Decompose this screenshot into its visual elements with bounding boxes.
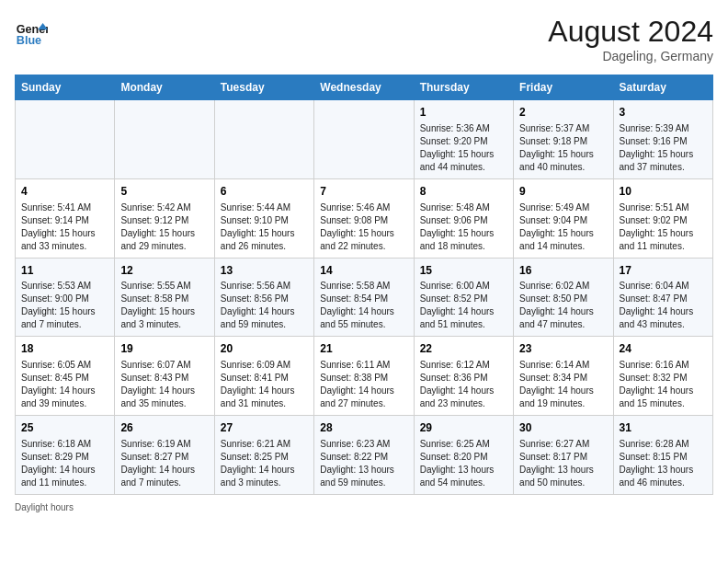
- day-info: Sunrise: 5:42 AM Sunset: 9:12 PM Dayligh…: [120, 201, 208, 253]
- calendar-cell: 18Sunrise: 6:05 AM Sunset: 8:45 PM Dayli…: [16, 337, 115, 416]
- day-info: Sunrise: 6:23 AM Sunset: 8:22 PM Dayligh…: [320, 438, 407, 489]
- calendar-cell: 14Sunrise: 5:58 AM Sunset: 8:54 PM Dayli…: [314, 258, 414, 337]
- calendar-cell: 5Sunrise: 5:42 AM Sunset: 9:12 PM Daylig…: [115, 178, 214, 258]
- calendar-cell: 28Sunrise: 6:23 AM Sunset: 8:22 PM Dayli…: [314, 416, 414, 495]
- day-of-week-header: Friday: [514, 75, 613, 100]
- calendar-cell: 15Sunrise: 6:00 AM Sunset: 8:52 PM Dayli…: [414, 258, 513, 337]
- day-of-week-header: Saturday: [613, 75, 712, 100]
- day-number: 10: [620, 184, 707, 200]
- calendar-cell: 25Sunrise: 6:18 AM Sunset: 8:29 PM Dayli…: [16, 416, 115, 495]
- day-number: 28: [320, 420, 407, 436]
- day-number: 14: [320, 263, 407, 279]
- day-info: Sunrise: 5:51 AM Sunset: 9:02 PM Dayligh…: [620, 201, 707, 253]
- day-info: Sunrise: 5:36 AM Sunset: 9:20 PM Dayligh…: [420, 122, 507, 174]
- day-info: Sunrise: 6:14 AM Sunset: 8:34 PM Dayligh…: [519, 359, 607, 410]
- day-number: 2: [519, 105, 607, 121]
- day-of-week-header: Monday: [115, 75, 214, 100]
- day-number: 19: [120, 341, 208, 357]
- day-info: Sunrise: 6:04 AM Sunset: 8:47 PM Dayligh…: [620, 280, 707, 331]
- day-of-week-header: Thursday: [414, 75, 513, 100]
- calendar-cell: 12Sunrise: 5:55 AM Sunset: 8:58 PM Dayli…: [115, 258, 214, 337]
- day-number: 1: [420, 105, 507, 121]
- day-of-week-header: Sunday: [16, 75, 115, 100]
- day-number: 9: [519, 184, 607, 200]
- day-info: Sunrise: 5:56 AM Sunset: 8:56 PM Dayligh…: [221, 280, 308, 331]
- day-number: 24: [620, 341, 707, 357]
- footer: Daylight hours: [15, 502, 713, 512]
- day-info: Sunrise: 6:12 AM Sunset: 8:36 PM Dayligh…: [420, 359, 507, 410]
- day-number: 22: [420, 341, 507, 357]
- calendar-table: SundayMondayTuesdayWednesdayThursdayFrid…: [15, 75, 713, 495]
- day-number: 30: [519, 420, 607, 436]
- day-number: 29: [420, 420, 507, 436]
- day-info: Sunrise: 5:49 AM Sunset: 9:04 PM Dayligh…: [519, 201, 607, 253]
- day-number: 31: [620, 420, 707, 436]
- calendar-cell: 16Sunrise: 6:02 AM Sunset: 8:50 PM Dayli…: [514, 258, 613, 337]
- day-info: Sunrise: 6:02 AM Sunset: 8:50 PM Dayligh…: [519, 280, 607, 331]
- calendar-cell: 21Sunrise: 6:11 AM Sunset: 8:38 PM Dayli…: [314, 337, 414, 416]
- day-info: Sunrise: 6:18 AM Sunset: 8:29 PM Dayligh…: [21, 438, 108, 489]
- day-info: Sunrise: 5:55 AM Sunset: 8:58 PM Dayligh…: [120, 280, 208, 331]
- day-info: Sunrise: 6:28 AM Sunset: 8:15 PM Dayligh…: [620, 438, 707, 489]
- day-number: 7: [320, 184, 407, 200]
- day-number: 12: [120, 263, 208, 279]
- calendar-cell: 20Sunrise: 6:09 AM Sunset: 8:41 PM Dayli…: [214, 337, 313, 416]
- svg-text:Blue: Blue: [17, 34, 41, 47]
- day-info: Sunrise: 6:16 AM Sunset: 8:32 PM Dayligh…: [620, 359, 707, 410]
- day-info: Sunrise: 6:09 AM Sunset: 8:41 PM Dayligh…: [221, 359, 308, 410]
- day-info: Sunrise: 5:41 AM Sunset: 9:14 PM Dayligh…: [21, 201, 108, 253]
- calendar-cell: 4Sunrise: 5:41 AM Sunset: 9:14 PM Daylig…: [16, 178, 115, 258]
- calendar-cell: 1Sunrise: 5:36 AM Sunset: 9:20 PM Daylig…: [414, 100, 513, 179]
- title-block: August 2024 Dageling, Germany: [548, 15, 713, 63]
- calendar-cell: 26Sunrise: 6:19 AM Sunset: 8:27 PM Dayli…: [115, 416, 214, 495]
- day-number: 17: [620, 263, 707, 279]
- logo-icon: General Blue: [15, 15, 48, 48]
- page-header: General Blue August 2024 Dageling, Germa…: [15, 15, 713, 63]
- day-info: Sunrise: 5:46 AM Sunset: 9:08 PM Dayligh…: [320, 201, 407, 253]
- location: Dageling, Germany: [548, 49, 713, 63]
- calendar-cell: 3Sunrise: 5:39 AM Sunset: 9:16 PM Daylig…: [613, 100, 712, 179]
- day-info: Sunrise: 5:58 AM Sunset: 8:54 PM Dayligh…: [320, 280, 407, 331]
- day-info: Sunrise: 6:27 AM Sunset: 8:17 PM Dayligh…: [519, 438, 607, 489]
- calendar-cell: 10Sunrise: 5:51 AM Sunset: 9:02 PM Dayli…: [613, 178, 712, 258]
- calendar-cell: 24Sunrise: 6:16 AM Sunset: 8:32 PM Dayli…: [613, 337, 712, 416]
- day-number: 11: [21, 263, 108, 279]
- calendar-cell: 9Sunrise: 5:49 AM Sunset: 9:04 PM Daylig…: [514, 178, 613, 258]
- day-number: 6: [221, 184, 308, 200]
- calendar-cell: 27Sunrise: 6:21 AM Sunset: 8:25 PM Dayli…: [214, 416, 313, 495]
- day-number: 23: [519, 341, 607, 357]
- day-number: 8: [420, 184, 507, 200]
- day-number: 3: [620, 105, 707, 121]
- day-info: Sunrise: 5:37 AM Sunset: 9:18 PM Dayligh…: [519, 122, 607, 174]
- calendar-cell: 30Sunrise: 6:27 AM Sunset: 8:17 PM Dayli…: [514, 416, 613, 495]
- day-number: 16: [519, 263, 607, 279]
- calendar-cell: 29Sunrise: 6:25 AM Sunset: 8:20 PM Dayli…: [414, 416, 513, 495]
- calendar-cell: 19Sunrise: 6:07 AM Sunset: 8:43 PM Dayli…: [115, 337, 214, 416]
- daylight-label: Daylight hours: [15, 502, 74, 512]
- calendar-header: SundayMondayTuesdayWednesdayThursdayFrid…: [16, 75, 713, 100]
- day-info: Sunrise: 6:11 AM Sunset: 8:38 PM Dayligh…: [320, 359, 407, 410]
- day-number: 18: [21, 341, 108, 357]
- calendar-cell: 2Sunrise: 5:37 AM Sunset: 9:18 PM Daylig…: [514, 100, 613, 179]
- calendar-cell: [314, 100, 414, 179]
- calendar-cell: [115, 100, 214, 179]
- day-info: Sunrise: 5:39 AM Sunset: 9:16 PM Dayligh…: [620, 122, 707, 174]
- calendar-cell: [16, 100, 115, 179]
- day-info: Sunrise: 5:44 AM Sunset: 9:10 PM Dayligh…: [221, 201, 308, 253]
- month-year: August 2024: [548, 15, 713, 49]
- day-info: Sunrise: 5:53 AM Sunset: 9:00 PM Dayligh…: [21, 280, 108, 331]
- day-info: Sunrise: 5:48 AM Sunset: 9:06 PM Dayligh…: [420, 201, 507, 253]
- calendar-cell: 31Sunrise: 6:28 AM Sunset: 8:15 PM Dayli…: [613, 416, 712, 495]
- day-info: Sunrise: 6:05 AM Sunset: 8:45 PM Dayligh…: [21, 359, 108, 410]
- day-number: 4: [21, 184, 108, 200]
- day-number: 26: [120, 420, 208, 436]
- day-of-week-header: Tuesday: [214, 75, 313, 100]
- day-number: 27: [221, 420, 308, 436]
- day-info: Sunrise: 6:21 AM Sunset: 8:25 PM Dayligh…: [221, 438, 308, 489]
- day-info: Sunrise: 6:25 AM Sunset: 8:20 PM Dayligh…: [420, 438, 507, 489]
- calendar-cell: 11Sunrise: 5:53 AM Sunset: 9:00 PM Dayli…: [16, 258, 115, 337]
- calendar-cell: [214, 100, 313, 179]
- calendar-cell: 22Sunrise: 6:12 AM Sunset: 8:36 PM Dayli…: [414, 337, 513, 416]
- day-info: Sunrise: 6:19 AM Sunset: 8:27 PM Dayligh…: [120, 438, 208, 489]
- calendar-cell: 7Sunrise: 5:46 AM Sunset: 9:08 PM Daylig…: [314, 178, 414, 258]
